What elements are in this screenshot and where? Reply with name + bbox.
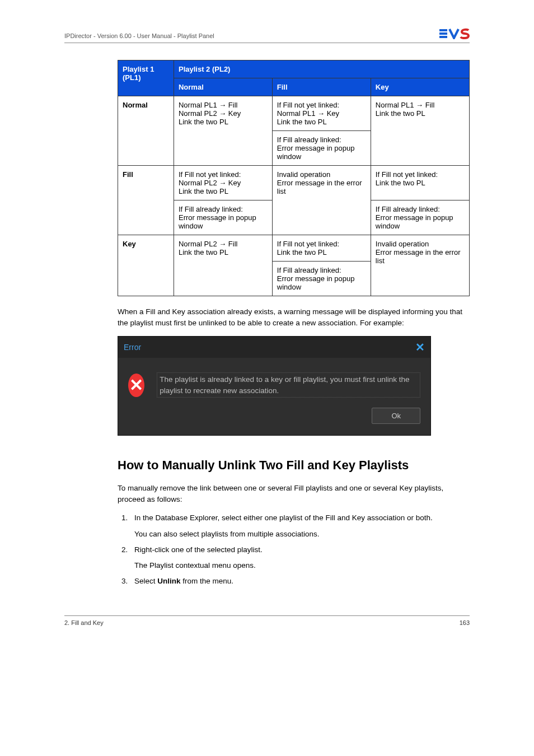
svg-rect-0 xyxy=(439,29,447,31)
cell-key-normal: Normal PL2 → FillLink the two PL xyxy=(174,235,272,296)
step-3-pre: Select xyxy=(134,577,157,585)
cell-normal-fill-b: If Fill already linked:Error message in … xyxy=(272,131,371,166)
step-3: Select Unlink from the menu. xyxy=(130,576,470,587)
cell-key-fill-a: If Fill not yet linked:Link the two PL xyxy=(272,235,371,262)
step-2-sub: The Playlist contextual menu opens. xyxy=(134,560,470,571)
cell-fill-key-b: If Fill already linked:Error message in … xyxy=(371,200,469,235)
close-icon[interactable]: ✕ xyxy=(415,340,425,354)
cell-normal-fill-a: If Fill not yet linked:Normal PL1 → KeyL… xyxy=(272,96,371,131)
ok-button[interactable]: Ok xyxy=(372,408,420,424)
step-3-bold: Unlink xyxy=(157,577,180,585)
th-pl2: Playlist 2 (PL2) xyxy=(174,60,469,78)
cell-fill-key-a: If Fill not yet linked:Link the two PL xyxy=(371,166,469,200)
section-intro: To manually remove the link between one … xyxy=(118,483,470,505)
step-1: In the Database Explorer, select either … xyxy=(130,512,470,540)
cell-fill-fill: Invalid operationError message in the er… xyxy=(272,166,371,235)
step-1-sub: You can also select playlists from multi… xyxy=(134,529,470,540)
dialog-body: ✕ The playlist is already linked to a ke… xyxy=(118,358,430,408)
page-footer: 2. Fill and Key 163 xyxy=(64,615,470,626)
th-fill: Fill xyxy=(272,78,371,96)
dialog-message: The playlist is already linked to a key … xyxy=(157,372,420,398)
svg-rect-1 xyxy=(439,32,447,35)
cell-fill-normal-b: If Fill already linked:Error message in … xyxy=(174,200,272,235)
footer-right: 163 xyxy=(460,619,470,626)
warning-paragraph: When a Fill and Key association already … xyxy=(118,306,470,328)
step-2: Right-click one of the selected playlist… xyxy=(130,544,470,572)
th-pl1: Playlist 1 (PL1) xyxy=(118,60,174,96)
step-1-text: In the Database Explorer, select either … xyxy=(134,514,433,522)
cell-normal-normal: Normal PL1 → FillNormal PL2 → KeyLink th… xyxy=(174,96,272,166)
section-title: How to Manually Unlink Two Fill and Key … xyxy=(118,458,470,473)
header-text: IPDirector - Version 6.00 - User Manual … xyxy=(64,32,214,39)
th-key: Key xyxy=(371,78,469,96)
row-fill-label: Fill xyxy=(118,166,174,235)
footer-left: 2. Fill and Key xyxy=(64,619,104,626)
page-header: IPDirector - Version 6.00 - User Manual … xyxy=(64,28,470,43)
row-normal-label: Normal xyxy=(118,96,174,166)
error-dialog: Error ✕ ✕ The playlist is already linked… xyxy=(118,336,431,436)
step-2-text: Right-click one of the selected playlist… xyxy=(134,545,263,554)
error-icon: ✕ xyxy=(128,374,144,397)
row-key-label: Key xyxy=(118,235,174,296)
step-3-post: from the menu. xyxy=(181,577,234,585)
svg-rect-2 xyxy=(439,36,447,38)
th-normal: Normal xyxy=(174,78,272,96)
fill-key-matrix-table: Playlist 1 (PL1) Playlist 2 (PL2) Normal… xyxy=(118,60,470,296)
cell-key-key: Invalid operationError message in the er… xyxy=(371,235,469,296)
dialog-title-text: Error xyxy=(124,343,141,352)
cell-key-fill-b: If Fill already linked:Error message in … xyxy=(272,262,371,296)
cell-normal-key: Normal PL1 → FillLink the two PL xyxy=(371,96,469,166)
dialog-titlebar: Error ✕ xyxy=(118,337,430,358)
dialog-actions: Ok xyxy=(118,408,430,435)
logo-evs xyxy=(439,28,470,39)
step-list: In the Database Explorer, select either … xyxy=(118,512,470,587)
cell-fill-normal-a: If Fill not yet linked:Normal PL2 → KeyL… xyxy=(174,166,272,200)
